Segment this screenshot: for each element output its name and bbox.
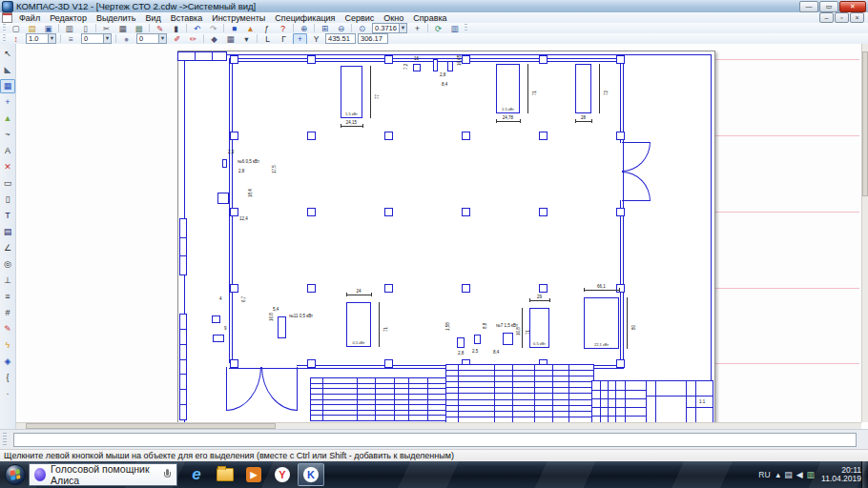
local-csys-icon[interactable]: L: [260, 33, 275, 45]
yandex-taskbar-icon[interactable]: Y: [269, 463, 296, 486]
chevron-down-icon[interactable]: ▼: [158, 34, 166, 43]
select-style-icon[interactable]: ◆: [207, 33, 221, 45]
angle-dim-icon[interactable]: ∠: [0, 241, 15, 255]
kompas-taskbar-icon[interactable]: K: [298, 463, 324, 486]
column-marker[interactable]: [307, 132, 316, 140]
column-marker[interactable]: [384, 359, 393, 368]
grid-dropdown-icon[interactable]: ▾: [239, 33, 254, 45]
network-icon[interactable]: ▥: [807, 470, 816, 479]
column-marker[interactable]: [384, 55, 393, 64]
toolbar-grip[interactable]: [465, 24, 467, 32]
hidden-icons-button[interactable]: ▴: [776, 470, 781, 479]
small-equipment-block[interactable]: [457, 337, 465, 348]
edit-tool-icon[interactable]: ✎: [0, 322, 15, 336]
table-text-icon[interactable]: T: [0, 209, 15, 223]
small-equipment-block[interactable]: [213, 335, 224, 342]
step-combo[interactable]: 1.0▼: [26, 33, 56, 44]
tray-app-icon[interactable]: ▤: [784, 470, 793, 479]
coordinate-y-field[interactable]: 306.17: [358, 33, 388, 44]
column-marker[interactable]: [307, 359, 316, 368]
column-marker[interactable]: [384, 132, 393, 140]
small-equipment-block[interactable]: [474, 335, 481, 344]
curve-tool-icon[interactable]: ~: [0, 128, 15, 142]
menu-item-5[interactable]: Вставка: [166, 13, 207, 23]
column-marker[interactable]: [539, 208, 548, 216]
current-tool-icon[interactable]: ▦: [0, 79, 15, 93]
erase-icon[interactable]: ✐: [170, 33, 184, 45]
column-marker[interactable]: [616, 55, 625, 64]
text-tool-icon[interactable]: A: [0, 144, 15, 158]
vertical-scroll-thumb[interactable]: [862, 51, 868, 196]
microphone-icon[interactable]: [163, 469, 171, 481]
small-equipment-block[interactable]: [503, 333, 513, 345]
menu-item-2[interactable]: Редактор: [45, 13, 92, 23]
maximize-button[interactable]: ▭: [819, 1, 838, 12]
column-marker[interactable]: [539, 55, 548, 64]
column-marker[interactable]: [616, 359, 625, 368]
table-tool-icon[interactable]: ▤: [0, 225, 15, 239]
panel-grip[interactable]: [3, 433, 7, 447]
column-marker[interactable]: [539, 284, 548, 293]
alice-assistant-search[interactable]: Голосовой помощник Алиса: [29, 463, 177, 486]
minimize-button[interactable]: —: [799, 1, 818, 12]
start-button[interactable]: [5, 464, 26, 485]
show-desktop-button[interactable]: [861, 461, 868, 488]
grid-icon[interactable]: ▦: [223, 33, 238, 45]
column-marker[interactable]: [462, 208, 470, 216]
small-equipment-block[interactable]: [278, 316, 286, 338]
column-marker[interactable]: [462, 55, 470, 64]
specification-table[interactable]: [310, 377, 451, 421]
column-marker[interactable]: [384, 208, 393, 216]
column-marker[interactable]: [307, 208, 316, 216]
small-equipment-block[interactable]: [217, 193, 229, 204]
child-restore-button[interactable]: ▫: [835, 12, 849, 23]
language-indicator[interactable]: RU: [758, 470, 770, 479]
library-tool-icon[interactable]: ◈: [0, 355, 15, 369]
specification-table[interactable]: [445, 364, 594, 422]
volume-icon[interactable]: ◀: [796, 470, 803, 479]
rebuild-icon[interactable]: ⟳: [431, 23, 445, 34]
zoom-scale-icon[interactable]: ⊙: [355, 23, 369, 34]
center-tool-icon[interactable]: ◎: [0, 257, 15, 272]
small-equipment-block[interactable]: [413, 64, 421, 71]
equipment-block[interactable]: [575, 64, 591, 113]
view-tool-icon[interactable]: ▯: [0, 193, 15, 207]
drawing-canvas[interactable]: 1,5 кВт7724,151,5 кВт7124,7872280,5 кВт2…: [16, 44, 861, 422]
show-all-icon[interactable]: ▥: [447, 23, 462, 34]
layer-combo[interactable]: 0▼: [81, 33, 112, 44]
column-marker[interactable]: [230, 284, 238, 293]
delete-tool-icon[interactable]: ✕: [0, 160, 15, 174]
column-marker[interactable]: [616, 132, 625, 140]
column-marker[interactable]: [539, 132, 548, 140]
small-equipment-block[interactable]: [447, 61, 453, 71]
hatch-tool-icon[interactable]: #: [0, 306, 15, 320]
save-icon[interactable]: ▣: [41, 23, 55, 34]
explorer-taskbar-icon[interactable]: [212, 463, 238, 486]
toolbar-grip[interactable]: [3, 24, 6, 32]
rectangle-tool-icon[interactable]: ▭: [0, 176, 15, 191]
close-button[interactable]: ✕: [839, 1, 866, 12]
zoom-scale-combo[interactable]: 0.3716 ▼: [372, 23, 407, 33]
open-icon[interactable]: ▤: [25, 23, 39, 34]
menu-item-10[interactable]: Справка: [408, 13, 451, 23]
column-marker[interactable]: [307, 55, 316, 64]
line-style-icon[interactable]: ●: [119, 33, 134, 45]
select-tool-icon[interactable]: ↖: [0, 47, 15, 61]
snap-icon[interactable]: +: [293, 33, 307, 45]
ortho-icon[interactable]: Г: [277, 33, 291, 45]
ie-taskbar-icon[interactable]: e: [183, 463, 210, 486]
vertical-scrollbar[interactable]: [861, 44, 868, 422]
brace-tool-icon[interactable]: {: [0, 371, 15, 385]
column-marker[interactable]: [230, 55, 238, 64]
erase-part-icon[interactable]: ✏: [186, 33, 200, 45]
horizontal-scrollbar[interactable]: [16, 422, 861, 429]
small-equipment-block[interactable]: [433, 59, 438, 71]
cut-icon[interactable]: ✂: [99, 23, 114, 34]
point-tool-icon[interactable]: +: [0, 95, 15, 110]
small-equipment-block[interactable]: [212, 315, 220, 323]
menu-item-3[interactable]: Выделить: [92, 13, 141, 23]
pan-icon[interactable]: +: [410, 23, 424, 34]
column-marker[interactable]: [616, 208, 625, 216]
column-marker[interactable]: [230, 132, 238, 140]
child-close-button[interactable]: ×: [850, 12, 864, 23]
